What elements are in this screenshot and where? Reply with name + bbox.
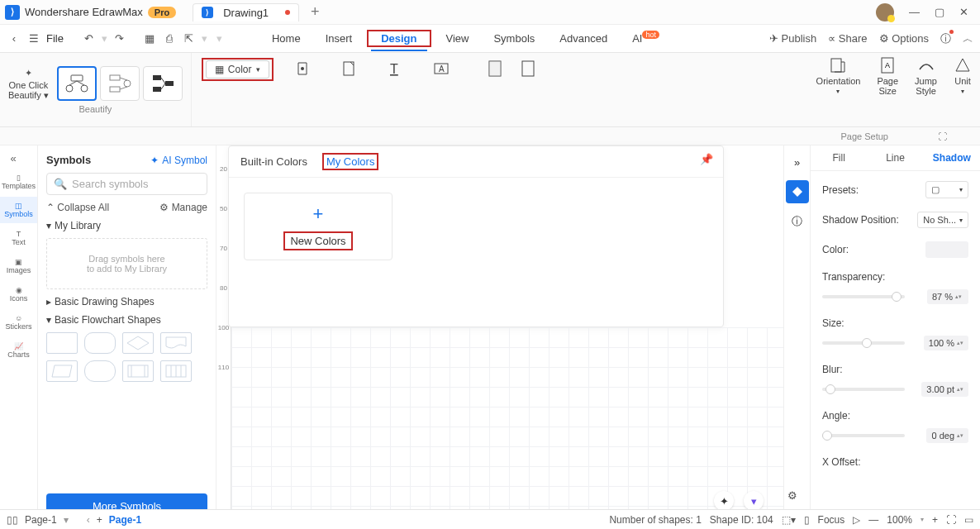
new-tab-button[interactable]: + <box>311 3 320 21</box>
fill-tab[interactable]: Fill <box>811 145 867 170</box>
angle-slider[interactable] <box>822 434 905 437</box>
floating-tool-2[interactable]: ▾ <box>744 491 764 511</box>
back-button[interactable]: ‹ <box>7 31 21 46</box>
page-menu-icon[interactable]: ▾ <box>64 514 69 526</box>
size-value[interactable]: 100 %▴▾ <box>924 336 968 350</box>
tab-home[interactable]: Home <box>262 27 311 50</box>
fit-page-icon[interactable]: ⛶ <box>946 514 956 526</box>
beautify-label[interactable]: Beautify ▾ <box>8 90 49 101</box>
zoom-value[interactable]: 100% <box>887 514 912 526</box>
pin-icon[interactable]: 📌 <box>700 153 713 165</box>
collapse-ribbon-button[interactable]: ︿ <box>963 31 973 46</box>
expand-right-panel-icon[interactable]: » <box>786 150 809 174</box>
maximize-button[interactable]: ▢ <box>935 6 944 18</box>
tab-design[interactable]: Design <box>371 27 426 51</box>
presets-select[interactable]: ▢ ▾ <box>925 181 968 198</box>
ai-symbol-button[interactable]: ✦ AI Symbol <box>150 155 207 166</box>
add-page-icon[interactable]: + <box>97 514 102 526</box>
menu-icon[interactable]: ☰ <box>26 31 41 46</box>
page-setup-expand-icon[interactable]: ⛶ <box>938 131 947 141</box>
shadow-tab[interactable]: Shadow <box>924 145 980 170</box>
publish-button[interactable]: ✈ Publish <box>769 32 816 45</box>
minimize-button[interactable]: — <box>909 6 920 18</box>
size-slider[interactable] <box>822 341 905 345</box>
sidebar-item-templates[interactable]: ▯Templates <box>0 169 37 195</box>
transparency-slider[interactable] <box>822 295 905 298</box>
share-button[interactable]: ∝ Share <box>828 32 867 45</box>
style-preset-1[interactable] <box>57 66 97 101</box>
transparency-value[interactable]: 87 %▴▾ <box>927 289 968 304</box>
focus-label[interactable]: Focus <box>818 514 845 526</box>
document-tab[interactable]: ⟩ Drawing1 <box>193 3 299 21</box>
layers-icon[interactable]: ⬚▾ <box>782 514 796 526</box>
shadow-position-select[interactable]: No Sh...▾ <box>917 212 968 228</box>
help-button[interactable]: ⓘ <box>940 31 951 46</box>
manage-button[interactable]: ⚙ Manage <box>159 202 207 213</box>
collapse-all-button[interactable]: ⌃ Collapse All <box>46 202 109 213</box>
file-menu[interactable]: File <box>46 32 64 45</box>
sidebar-item-symbols[interactable]: ◫Symbols <box>0 197 37 223</box>
shadow-color-swatch[interactable] <box>925 241 968 258</box>
style-preset-3[interactable] <box>143 66 183 101</box>
save-icon[interactable]: ▦ <box>142 31 157 46</box>
text-box-icon[interactable]: A <box>431 58 452 79</box>
collapse-sidebar-icon[interactable]: « <box>11 152 27 162</box>
sidebar-item-stickers[interactable]: ☺Stickers <box>0 309 37 336</box>
blur-slider[interactable] <box>822 388 905 391</box>
fit-width-icon[interactable]: ▭ <box>964 514 973 526</box>
shape-parallelogram[interactable] <box>46 360 78 382</box>
pages-icon[interactable]: ▯▯ <box>7 514 18 526</box>
page-1-status[interactable]: Page-1 <box>25 514 57 526</box>
color-dropdown-button[interactable]: ▦ Color ▾ <box>206 60 269 79</box>
tab-view[interactable]: View <box>436 27 479 50</box>
my-library-dropzone[interactable]: Drag symbols here to add to My Library <box>46 238 207 289</box>
present-icon[interactable]: ▷ <box>853 514 860 526</box>
user-avatar[interactable] <box>876 3 894 21</box>
tab-advanced[interactable]: Advanced <box>549 27 617 50</box>
shape-predefined[interactable] <box>122 360 154 382</box>
active-page-tab[interactable]: Page-1 <box>109 514 141 526</box>
search-input[interactable]: 🔍 Search symbols <box>46 173 207 195</box>
zoom-out-icon[interactable]: — <box>868 514 878 526</box>
page-setup-label[interactable]: Page Setup <box>841 131 889 141</box>
unit-button[interactable]: Unit▾ <box>945 53 980 98</box>
canvas[interactable]: ✦ ▾ <box>231 327 783 516</box>
help-right-icon[interactable]: ⓘ <box>786 210 809 233</box>
shape-rounded[interactable] <box>84 332 116 354</box>
jump-style-button[interactable]: Jump Style <box>906 53 945 99</box>
focus-icon[interactable]: ▯ <box>804 514 810 526</box>
options-button[interactable]: ⚙ Options <box>879 32 929 45</box>
tab-symbols[interactable]: Symbols <box>483 27 545 50</box>
text-style-icon[interactable]: T <box>384 58 406 79</box>
orientation-button[interactable]: Orientation▾ <box>808 53 869 98</box>
shape-terminator[interactable] <box>84 360 116 382</box>
prev-page-icon[interactable]: ‹ <box>87 514 90 526</box>
tab-insert[interactable]: Insert <box>316 27 363 50</box>
basic-drawing-section[interactable]: ▸ Basic Drawing Shapes <box>46 296 207 307</box>
print-icon[interactable]: ⎙ <box>162 31 177 46</box>
new-colors-card[interactable]: + New Colors <box>244 193 392 260</box>
undo-button[interactable]: ↶ <box>82 31 97 46</box>
page-size-button[interactable]: APage Size <box>868 53 906 99</box>
export-icon[interactable]: ⇱ <box>182 31 197 46</box>
blur-value[interactable]: 3.00 pt▴▾ <box>921 382 968 397</box>
my-colors-tab[interactable]: My Colors <box>326 155 375 168</box>
angle-value[interactable]: 0 deg▴▾ <box>926 428 968 443</box>
sidebar-item-charts[interactable]: 📈Charts <box>0 337 37 364</box>
settings-floating-icon[interactable]: ⚙ <box>783 486 802 504</box>
page-variant2-icon[interactable] <box>518 58 540 79</box>
close-button[interactable]: ✕ <box>959 6 968 18</box>
tab-ai[interactable]: AIhot <box>622 27 669 50</box>
sidebar-item-text[interactable]: TText <box>0 225 37 251</box>
shape-data[interactable] <box>160 360 192 382</box>
redo-button[interactable]: ↷ <box>112 31 127 46</box>
floating-tool-1[interactable]: ✦ <box>714 491 734 511</box>
line-tab[interactable]: Line <box>867 145 923 170</box>
sidebar-item-images[interactable]: ▣Images <box>0 253 37 279</box>
sidebar-item-icons[interactable]: ◉Icons <box>0 281 37 307</box>
zoom-in-icon[interactable]: + <box>932 514 938 526</box>
page-variant1-icon[interactable] <box>485 58 507 79</box>
shape-rectangle[interactable] <box>46 332 78 354</box>
shape-diamond[interactable] <box>122 332 154 354</box>
style-preset-2[interactable] <box>100 66 140 101</box>
